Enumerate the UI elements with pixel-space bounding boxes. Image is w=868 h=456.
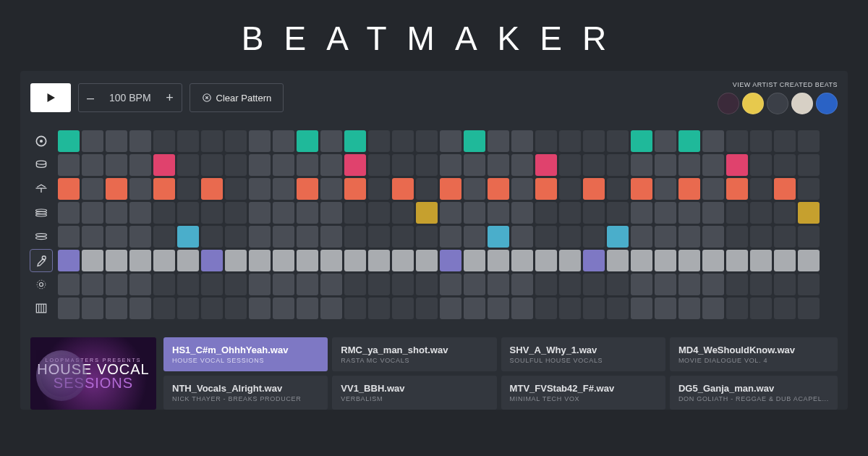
step-cell[interactable]: [607, 274, 629, 295]
step-cell[interactable]: [774, 274, 796, 295]
step-cell[interactable]: [511, 130, 533, 152]
step-cell[interactable]: [440, 226, 461, 248]
play-button[interactable]: [30, 83, 71, 112]
step-cell[interactable]: [58, 297, 80, 319]
step-cell[interactable]: [655, 274, 676, 295]
step-cell[interactable]: [320, 178, 342, 200]
artist-avatar-1[interactable]: [742, 93, 764, 114]
step-cell[interactable]: [320, 297, 342, 319]
step-cell[interactable]: [129, 130, 151, 152]
step-cell[interactable]: [535, 154, 557, 176]
step-cell[interactable]: [559, 202, 581, 224]
step-cell[interactable]: [368, 130, 390, 152]
step-cell[interactable]: [416, 274, 438, 295]
step-cell[interactable]: [82, 154, 103, 176]
step-cell[interactable]: [58, 154, 80, 176]
step-cell[interactable]: [488, 297, 509, 319]
step-cell[interactable]: [82, 130, 103, 152]
step-cell[interactable]: [416, 226, 438, 248]
step-cell[interactable]: [58, 130, 80, 152]
step-cell[interactable]: [750, 130, 772, 152]
sample-slot[interactable]: NTH_Vocals_Alright.wavNICK THAYER - BREA…: [163, 376, 328, 410]
step-cell[interactable]: [464, 297, 485, 319]
step-cell[interactable]: [225, 202, 247, 224]
step-cell[interactable]: [297, 154, 318, 176]
step-cell[interactable]: [631, 178, 652, 200]
step-cell[interactable]: [392, 130, 414, 152]
step-cell[interactable]: [488, 202, 509, 224]
step-cell[interactable]: [249, 154, 271, 176]
step-cell[interactable]: [392, 274, 414, 295]
step-cell[interactable]: [106, 130, 127, 152]
step-cell[interactable]: [249, 250, 271, 271]
step-cell[interactable]: [106, 202, 127, 224]
step-cell[interactable]: [201, 297, 223, 319]
step-cell[interactable]: [440, 250, 461, 271]
step-cell[interactable]: [464, 130, 485, 152]
step-cell[interactable]: [320, 202, 342, 224]
step-cell[interactable]: [392, 178, 414, 200]
step-cell[interactable]: [320, 130, 342, 152]
step-cell[interactable]: [177, 178, 199, 200]
step-cell[interactable]: [297, 130, 318, 152]
step-cell[interactable]: [177, 297, 199, 319]
step-cell[interactable]: [368, 274, 390, 295]
step-cell[interactable]: [798, 274, 820, 295]
step-cell[interactable]: [416, 178, 438, 200]
step-cell[interactable]: [464, 202, 485, 224]
step-cell[interactable]: [678, 130, 700, 152]
step-cell[interactable]: [607, 202, 629, 224]
step-cell[interactable]: [535, 226, 557, 248]
step-cell[interactable]: [726, 226, 748, 248]
step-cell[interactable]: [129, 178, 151, 200]
artist-avatar-4[interactable]: [816, 93, 838, 114]
step-cell[interactable]: [583, 274, 605, 295]
step-cell[interactable]: [464, 154, 485, 176]
step-cell[interactable]: [488, 130, 509, 152]
step-cell[interactable]: [249, 178, 271, 200]
step-cell[interactable]: [344, 130, 366, 152]
step-cell[interactable]: [129, 226, 151, 248]
step-cell[interactable]: [535, 202, 557, 224]
step-cell[interactable]: [106, 178, 127, 200]
step-cell[interactable]: [106, 154, 127, 176]
step-cell[interactable]: [559, 178, 581, 200]
step-cell[interactable]: [297, 226, 318, 248]
step-cell[interactable]: [344, 250, 366, 271]
step-cell[interactable]: [750, 297, 772, 319]
step-cell[interactable]: [774, 178, 796, 200]
step-cell[interactable]: [511, 250, 533, 271]
step-cell[interactable]: [368, 297, 390, 319]
step-cell[interactable]: [559, 274, 581, 295]
step-cell[interactable]: [488, 226, 509, 248]
step-cell[interactable]: [798, 226, 820, 248]
step-cell[interactable]: [392, 297, 414, 319]
step-cell[interactable]: [82, 226, 103, 248]
step-cell[interactable]: [344, 154, 366, 176]
step-cell[interactable]: [655, 250, 676, 271]
step-cell[interactable]: [702, 154, 724, 176]
step-cell[interactable]: [320, 154, 342, 176]
step-cell[interactable]: [344, 178, 366, 200]
track-fx-icon[interactable]: [30, 274, 52, 295]
step-cell[interactable]: [440, 154, 461, 176]
step-cell[interactable]: [392, 154, 414, 176]
step-cell[interactable]: [631, 226, 652, 248]
step-cell[interactable]: [488, 274, 509, 295]
step-cell[interactable]: [631, 274, 652, 295]
step-cell[interactable]: [106, 274, 127, 295]
step-cell[interactable]: [273, 274, 294, 295]
step-cell[interactable]: [320, 226, 342, 248]
step-cell[interactable]: [583, 154, 605, 176]
step-cell[interactable]: [726, 202, 748, 224]
step-cell[interactable]: [153, 297, 175, 319]
step-cell[interactable]: [344, 226, 366, 248]
sample-slot[interactable]: HS1_C#m_OhhhYeah.wavHOUSE VOCAL SESSIONS: [163, 337, 328, 371]
step-cell[interactable]: [511, 297, 533, 319]
step-cell[interactable]: [225, 130, 247, 152]
step-cell[interactable]: [798, 202, 820, 224]
step-cell[interactable]: [153, 130, 175, 152]
sample-slot[interactable]: MD4_WeShouldKnow.wavMOVIE DIALOGUE VOL. …: [670, 337, 838, 371]
step-cell[interactable]: [655, 154, 676, 176]
step-cell[interactable]: [297, 297, 318, 319]
